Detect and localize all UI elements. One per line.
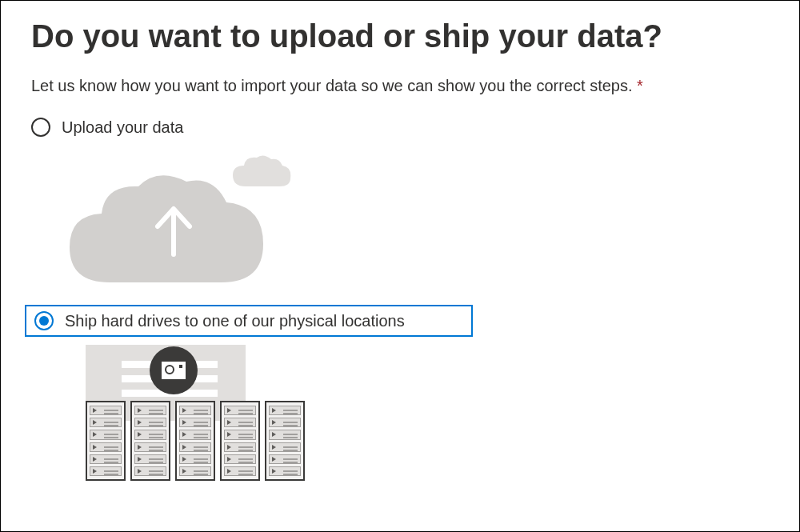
server-racks-icon [86,401,305,481]
upload-illustration [62,146,769,282]
radio-upload[interactable] [31,118,50,137]
settings-badge-icon [150,346,198,394]
option-ship-label: Ship hard drives to one of our physical … [65,312,405,330]
arrow-up-icon [150,202,198,258]
option-upload[interactable]: Upload your data [28,116,769,138]
ship-illustration [62,345,769,481]
option-upload-label: Upload your data [62,118,183,137]
subtitle-text: Let us know how you want to import your … [31,77,633,94]
page-title: Do you want to upload or ship your data? [31,18,769,54]
radio-ship[interactable] [34,311,54,330]
option-ship[interactable]: Ship hard drives to one of our physical … [25,305,473,337]
required-asterisk: * [637,77,643,94]
subtitle: Let us know how you want to import your … [31,77,769,95]
